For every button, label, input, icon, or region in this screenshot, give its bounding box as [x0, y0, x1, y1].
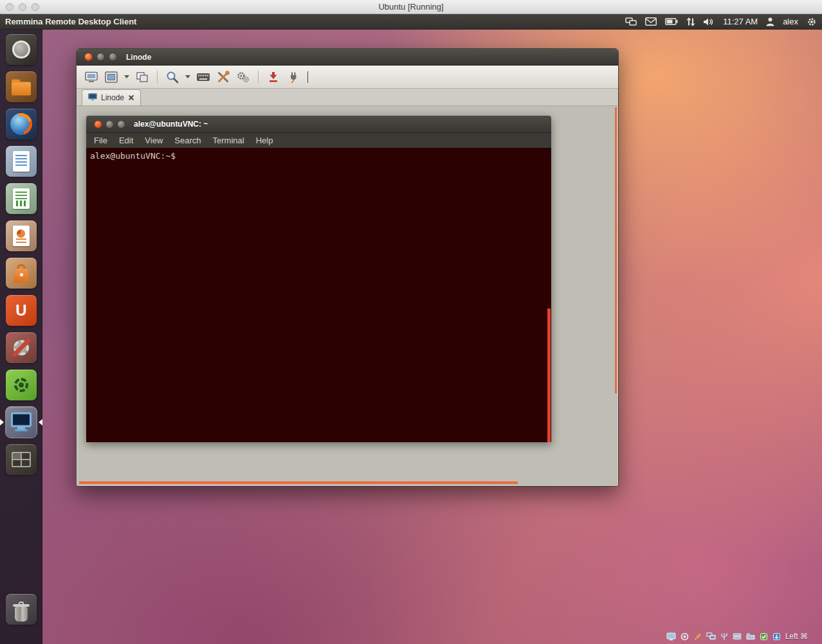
- tab-label: Linode: [101, 93, 124, 102]
- host-window-title: Ubuntu [Running]: [0, 0, 822, 14]
- indicator-area: 11:27 AM alex: [625, 17, 822, 27]
- ubuntu-one-icon: U: [6, 295, 37, 326]
- terminal-window-title: alex@ubuntuVNC: ~: [134, 120, 208, 129]
- toolbar-separator: [307, 71, 308, 83]
- screenshot-icon[interactable]: [265, 69, 282, 85]
- terminal-menubar: File Edit View Search Terminal Help: [86, 133, 551, 148]
- tab-close-icon[interactable]: [128, 94, 134, 101]
- user-icon: [766, 17, 774, 26]
- host-titlebar: Ubuntu [Running]: [0, 0, 822, 14]
- session-gear-icon[interactable]: [807, 17, 817, 27]
- focused-indicator-arrow: [39, 419, 42, 425]
- launcher-item-firefox[interactable]: [0, 109, 42, 139]
- duplicate-icon[interactable]: [134, 69, 151, 85]
- network-icon[interactable]: [706, 632, 716, 640]
- network-icon[interactable]: [625, 17, 637, 26]
- unity-launcher: U: [0, 30, 42, 644]
- toolbar-separator: [258, 71, 259, 84]
- dash-home-icon: [6, 34, 37, 65]
- launcher-item-software-center[interactable]: [0, 258, 42, 289]
- terminal-prompt: alex@ubuntuVNC:~$: [90, 151, 176, 161]
- toolbar-separator: [157, 71, 158, 84]
- launcher-item-workspace-switcher[interactable]: [0, 444, 42, 475]
- unity-top-panel: Remmina Remote Desktop Client: [0, 14, 822, 30]
- minimize-button[interactable]: [96, 53, 105, 61]
- shared-folders-icon[interactable]: [746, 632, 755, 640]
- firefox-icon: [6, 109, 37, 139]
- menu-edit[interactable]: Edit: [113, 136, 139, 145]
- sync-arrows-icon[interactable]: [686, 17, 695, 26]
- launcher-item-software-updater[interactable]: [0, 370, 42, 400]
- close-button[interactable]: [94, 120, 102, 129]
- disconnect-icon[interactable]: [285, 69, 302, 85]
- display-icon[interactable]: [666, 632, 676, 641]
- clock[interactable]: 11:27 AM: [723, 17, 758, 26]
- viewport-icon[interactable]: [83, 69, 100, 85]
- pencil-icon[interactable]: [693, 632, 702, 641]
- launcher-item-home-folder[interactable]: [0, 71, 42, 102]
- ubuntu-one-glyph: U: [15, 301, 26, 319]
- launcher-item-trash[interactable]: [0, 594, 42, 625]
- menu-terminal[interactable]: Terminal: [207, 136, 250, 145]
- updater-gear-icon: [6, 370, 37, 400]
- user-menu[interactable]: alex: [783, 17, 798, 26]
- launcher-item-ubuntu-one[interactable]: U: [0, 295, 42, 326]
- usb-icon[interactable]: [720, 632, 728, 641]
- terminal-screen[interactable]: alex@ubuntuVNC:~$: [86, 148, 551, 442]
- menu-help[interactable]: Help: [250, 136, 279, 145]
- launcher-item-dash-home[interactable]: [0, 34, 42, 65]
- fullscreen-dropdown-icon[interactable]: [123, 69, 131, 85]
- volume-icon[interactable]: [704, 17, 715, 26]
- close-button[interactable]: [84, 53, 93, 61]
- remote-edge-artifact: [615, 107, 617, 393]
- remmina-toolbar: [77, 66, 618, 89]
- terminal-titlebar[interactable]: alex@ubuntuVNC: ~: [86, 116, 551, 133]
- preferences-icon[interactable]: [235, 69, 251, 85]
- remote-desktop-view[interactable]: alex@ubuntuVNC: ~ File Edit View Search …: [77, 106, 617, 485]
- remmina-tab-linode[interactable]: Linode: [82, 89, 141, 105]
- shopping-bag-icon: [6, 258, 37, 289]
- running-indicator-arrow: [0, 419, 4, 425]
- mail-icon[interactable]: [645, 17, 657, 26]
- host-key-label: Left ⌘: [785, 632, 808, 641]
- menu-search[interactable]: Search: [169, 136, 206, 145]
- features-icon[interactable]: [760, 632, 768, 641]
- writer-document-icon: [6, 146, 37, 177]
- menu-view[interactable]: View: [139, 136, 169, 145]
- keyboard-icon[interactable]: [195, 69, 212, 85]
- maximize-button[interactable]: [117, 120, 125, 129]
- remote-edge-artifact: [547, 309, 551, 442]
- gear-wrench-icon: [6, 332, 37, 363]
- remmina-monitor-icon: [6, 407, 37, 438]
- remmina-titlebar[interactable]: Linode: [77, 49, 618, 66]
- recording-icon[interactable]: [680, 632, 689, 641]
- remote-edge-artifact: [79, 481, 518, 484]
- menu-file[interactable]: File: [88, 136, 113, 145]
- launcher-item-libreoffice-calc[interactable]: [0, 183, 42, 214]
- maximize-button[interactable]: [109, 53, 117, 61]
- panel-app-title: Remmina Remote Desktop Client: [5, 17, 136, 26]
- launcher-item-system-settings[interactable]: [0, 332, 42, 363]
- fullscreen-icon[interactable]: [103, 69, 120, 85]
- tools-icon[interactable]: [215, 69, 232, 85]
- terminal-window: alex@ubuntuVNC: ~ File Edit View Search …: [86, 116, 551, 442]
- folder-icon: [6, 71, 37, 102]
- calc-spreadsheet-icon: [6, 183, 37, 214]
- workspace-grid-icon: [6, 444, 37, 475]
- launcher-item-libreoffice-writer[interactable]: [0, 146, 42, 177]
- battery-icon[interactable]: [665, 18, 678, 25]
- remmina-window-title: Linode: [126, 53, 151, 62]
- virtualbox-statusbar: Left ⌘: [666, 631, 808, 642]
- tab-monitor-icon: [88, 92, 97, 103]
- zoom-dropdown-icon[interactable]: [184, 69, 192, 85]
- launcher-item-libreoffice-impress[interactable]: [0, 220, 42, 251]
- virtualbox-guest-window: Ubuntu [Running] Remmina Remote Desktop …: [0, 0, 822, 644]
- mouse-integration-icon[interactable]: [772, 632, 781, 641]
- impress-presentation-icon: [6, 220, 37, 251]
- minimize-button[interactable]: [105, 120, 114, 129]
- launcher-item-remmina[interactable]: [0, 407, 42, 438]
- trash-icon: [6, 594, 37, 625]
- hdd-icon[interactable]: [733, 632, 742, 640]
- zoom-icon[interactable]: [164, 69, 181, 85]
- ubuntu-desktop: Remmina Remote Desktop Client: [0, 14, 822, 644]
